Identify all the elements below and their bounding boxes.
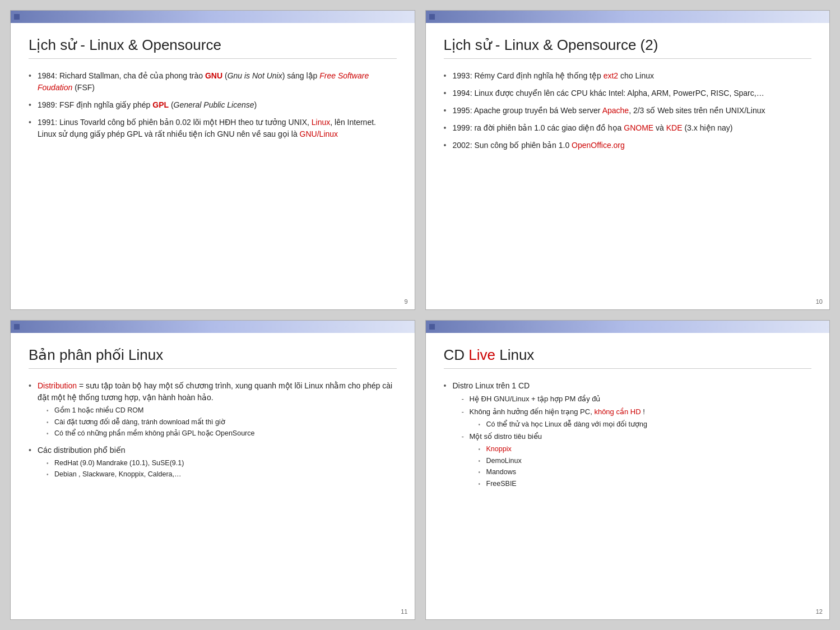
list-item-10-2: 1994: Linux được chuyển lên các CPU khác… [444,87,812,99]
slide-11: Bản phân phối Linux Distribution = sưu t… [10,320,415,620]
sub-sub-item-12-1-1: Có thể thử và học Linux dễ dàng với mọi … [479,420,812,430]
list-item-10-4: 1999: ra đời phiên bản 1.0 các giao diện… [444,122,812,134]
sub-item-12-1-3: Một số distro tiêu biểu Knoppix DemoLinu… [462,432,812,489]
list-item-10-3: 1995: Apache group truyền bá Web server … [444,105,812,117]
sub-sub-item-12-2-4: FreeSBIE [479,479,812,489]
header-icon-11 [14,324,20,330]
slide-content-11: Bản phân phối Linux Distribution = sưu t… [11,333,415,619]
list-item-10-5: 2002: Sun công bố phiên bản 1.0 OpenOffi… [444,140,812,151]
slide-number-10: 10 [816,298,823,305]
slide-header-10 [426,11,830,23]
list-item-9-2: 1989: FSF định nghĩa giấy phép GPL (Gene… [29,99,397,111]
slide-list-10: 1993: Rémy Card định nghĩa hệ thống tệp … [444,70,812,151]
sub-list-11-2: RedHat (9.0) Mandrake (10.1), SuSE(9.1) … [47,458,397,480]
list-item-9-3: 1991: Linus Tovarld công bố phiên bản 0.… [29,117,397,140]
sub-item-11-2-1: RedHat (9.0) Mandrake (10.1), SuSE(9.1) [47,458,397,469]
header-icon-12 [429,324,435,330]
header-icon-9 [14,14,20,20]
slide-list-11: Distribution = sưu tập toàn bộ hay một s… [29,380,397,480]
slide-title-10: Lịch sử - Linux & Opensource (2) [444,36,812,59]
slide-number-11: 11 [401,608,407,615]
sub-list-12-1: Hệ ĐH GNU/Linux + tập hợp PM đầy đủ Khôn… [462,394,812,489]
header-icon-10 [429,14,435,20]
slide-12: CD Live Linux Distro Linux trên 1 CD Hệ … [425,320,830,620]
slide-9: Lịch sử - Linux & Opensource 1984: Richa… [10,10,415,310]
slide-header-9 [11,11,415,23]
slide-content-12: CD Live Linux Distro Linux trên 1 CD Hệ … [426,333,830,619]
slide-10: Lịch sử - Linux & Opensource (2) 1993: R… [425,10,830,310]
slide-list-12: Distro Linux trên 1 CD Hệ ĐH GNU/Linux +… [444,380,812,489]
sub-sub-item-12-2-1: Knoppix [479,444,812,455]
slide-number-9: 9 [404,298,407,305]
sub-item-11-1-2: Cài đặt tương đối dễ dàng, tránh downloa… [47,418,397,428]
slide-header-12 [426,321,830,333]
sub-item-11-2-2: Debian , Slackware, Knoppix, Caldera,… [47,470,397,480]
slide-title-12: CD Live Linux [444,346,812,369]
list-item-10-1: 1993: Rémy Card định nghĩa hệ thống tệp … [444,70,812,82]
sub-list-11-1: Gồm 1 hoặc nhiều CD ROM Cài đặt tương đố… [47,406,397,439]
sub-sub-item-12-2-3: Mandows [479,467,812,478]
slide-title-9: Lịch sử - Linux & Opensource [29,36,397,59]
slide-title-11: Bản phân phối Linux [29,346,397,369]
slide-number-12: 12 [816,608,823,615]
list-item-12-1: Distro Linux trên 1 CD Hệ ĐH GNU/Linux +… [444,380,812,489]
slide-content-10: Lịch sử - Linux & Opensource (2) 1993: R… [426,23,830,309]
list-item-11-1: Distribution = sưu tập toàn bộ hay một s… [29,380,397,439]
sub-sub-list-12-2: Knoppix DemoLinux Mandows FreeSBIE [479,444,812,489]
sub-item-11-1-3: Có thể có những phần mềm không phải GPL … [47,429,397,439]
sub-item-11-1-1: Gồm 1 hoặc nhiều CD ROM [47,406,397,416]
list-item-9-1: 1984: Richard Stallman, cha đẻ của phong… [29,70,397,94]
sub-sub-list-12-1: Có thể thử và học Linux dễ dàng với mọi … [479,420,812,430]
slide-content-9: Lịch sử - Linux & Opensource 1984: Richa… [11,23,415,309]
sub-item-12-1-2: Không ảnh hưởng đến hiện trạng PC, không… [462,407,812,429]
slide-header-11 [11,321,415,333]
sub-sub-item-12-2-2: DemoLinux [479,456,812,466]
sub-item-12-1-1: Hệ ĐH GNU/Linux + tập hợp PM đầy đủ [462,394,812,405]
list-item-11-2: Các distribution phổ biến RedHat (9.0) M… [29,444,397,480]
slide-list-9: 1984: Richard Stallman, cha đẻ của phong… [29,70,397,140]
